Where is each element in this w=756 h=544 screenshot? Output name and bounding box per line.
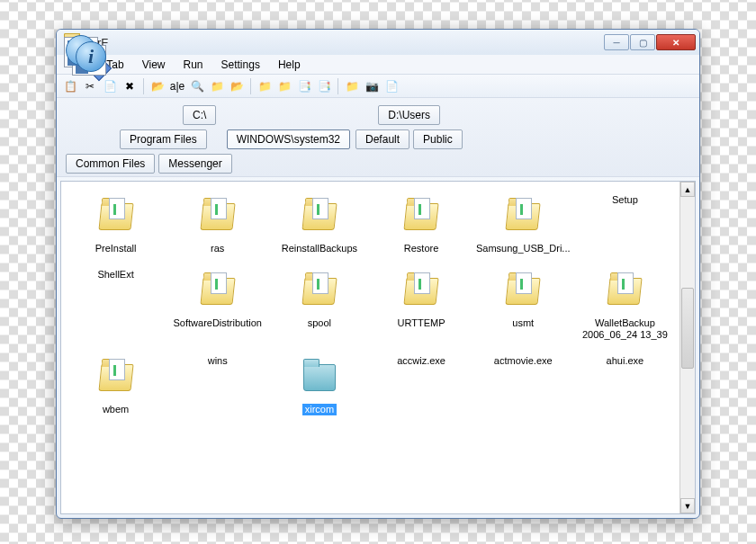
file-item[interactable]: accwiz.exe [372,352,470,419]
scroll-thumb[interactable] [681,288,694,369]
item-label: accwiz.exe [397,355,446,367]
file-item[interactable]: Restore [372,191,470,258]
maximize-button[interactable]: ▢ [630,34,655,50]
toolbar-separator [143,78,144,94]
folder-icon [93,355,140,400]
titlebar[interactable]: SurF ─ ▢ ✕ [57,30,699,55]
toolbar-button-1[interactable]: ✂ [82,78,98,94]
folder-icon [194,269,241,314]
toolbar-button-12[interactable]: 📁 [276,78,292,94]
folder-icon [296,194,343,239]
path-tab[interactable]: D:\Users [378,105,440,125]
window-title: SurF [83,36,604,49]
item-label: ReinstallBackups [282,243,357,254]
item-label: xircom [302,404,337,415]
toolbar-button-3[interactable]: ✖ [122,78,138,94]
toolbar-button-8[interactable]: 📁 [209,78,225,94]
item-label: ras [211,243,224,254]
menubar: FileTabViewRunSettingsHelp [57,55,699,75]
toolbar-button-5[interactable]: 📂 [149,78,166,94]
item-label: usmt [512,317,534,329]
scroll-track[interactable] [680,197,695,498]
menu-run[interactable]: Run [175,57,212,73]
toolbar-button-18[interactable]: 📄 [383,78,400,94]
item-label: ShellExt [97,269,133,281]
folder-icon [398,194,445,239]
file-item[interactable]: usmt [474,265,572,344]
item-label: PreInstall [95,243,137,254]
menu-settings[interactable]: Settings [212,57,269,73]
item-label: Setup [612,194,638,206]
toolbar-separator [250,78,251,94]
item-label: URTTEMP [398,317,446,329]
toolbar-button-11[interactable]: 📁 [256,78,273,94]
folder-icon [194,194,241,239]
path-tab[interactable]: Public [413,129,463,149]
file-item[interactable]: ras [168,191,266,258]
file-item[interactable]: wbem [67,352,165,419]
file-item[interactable]: actmovie.exe [474,352,572,419]
file-item[interactable]: SoftwareDistribution [168,265,266,344]
toolbar-button-9[interactable]: 📂 [229,78,245,94]
file-item[interactable]: wins [168,352,266,419]
menu-help[interactable]: Help [269,57,310,73]
folder-icon [601,269,648,314]
folder-icon [398,269,445,314]
toolbar-button-14[interactable]: 📑 [316,78,332,94]
folder-icon [93,194,140,239]
scrollbar[interactable]: ▲ ▼ [680,182,695,513]
file-item[interactable]: ReinstallBackups [270,191,368,258]
item-label: Restore [404,243,439,254]
file-item[interactable]: ShellExt [67,265,165,344]
scroll-up-button[interactable]: ▲ [680,182,695,197]
toolbar-button-16[interactable]: 📁 [344,78,360,94]
path-tab[interactable]: Program Files [120,129,207,149]
path-tab[interactable]: Messenger [158,154,231,174]
file-item[interactable]: URTTEMP [372,265,470,344]
toolbar-separator [338,78,338,94]
file-item[interactable]: iahui.exe [576,352,674,419]
path-tab[interactable]: C:\ [183,105,216,125]
file-item[interactable]: spool [270,265,368,344]
file-grid[interactable]: PreInstallrasReinstallBackupsRestoreSams… [61,182,680,513]
tab-tree: C:\D:\Users Program FilesWINDOWS\system3… [57,98,699,177]
item-label: spool [308,317,331,329]
minimize-button[interactable]: ─ [604,34,629,50]
folder-icon [500,269,546,314]
item-label: wins [208,355,228,367]
toolbar-button-0[interactable]: 📋 [62,78,78,94]
file-item[interactable]: xircom [270,352,368,419]
toolbar-button-13[interactable]: 📑 [296,78,312,94]
file-item[interactable]: WalletBackup 2006_06_24 13_39 [576,265,674,344]
item-label: ahui.exe [607,355,644,367]
path-tab[interactable]: Common Files [66,154,155,174]
folder-icon [500,194,546,239]
toolbar-button-7[interactable]: 🔍 [189,78,205,94]
content-area: PreInstallrasReinstallBackupsRestoreSams… [60,181,696,514]
toolbar-button-6[interactable]: a|e [169,78,185,94]
toolbar: 📋✂📄✖📂a|e🔍📁📂📁📁📑📑📁📷📄 [57,75,699,98]
file-item[interactable]: Samsung_USB_Dri... [474,191,572,258]
menu-view[interactable]: View [133,57,175,73]
file-item[interactable]: PreInstall [67,191,165,258]
path-tab[interactable]: WINDOWS\system32 [227,129,350,149]
scroll-down-button[interactable]: ▼ [680,498,695,513]
app-window: SurF ─ ▢ ✕ FileTabViewRunSettingsHelp 📋✂… [56,29,700,519]
toolbar-button-2[interactable]: 📄 [102,78,118,94]
item-label: WalletBackup 2006_06_24 13_39 [578,317,672,341]
close-button[interactable]: ✕ [656,34,696,50]
file-item[interactable]: Setup [576,191,674,258]
item-label: wbem [103,404,129,415]
item-label: Samsung_USB_Dri... [476,243,571,254]
toolbar-button-17[interactable]: 📷 [364,78,380,94]
folder-icon [296,269,343,314]
item-label: SoftwareDistribution [174,317,262,329]
folder-icon [296,355,343,400]
path-tab[interactable]: Default [356,129,410,149]
item-label: actmovie.exe [494,355,553,367]
